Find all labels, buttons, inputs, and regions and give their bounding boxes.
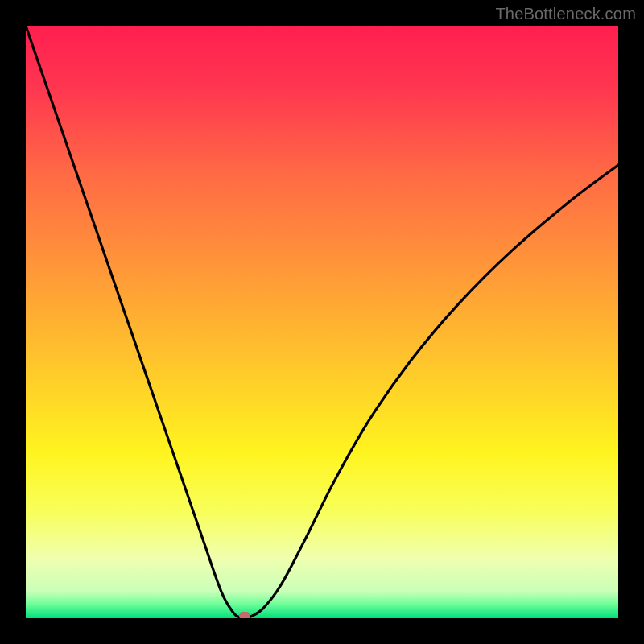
watermark-text: TheBottleneck.com [495, 5, 636, 23]
optimal-point-marker [239, 612, 250, 618]
bottleneck-curve [26, 26, 618, 618]
chart-frame: TheBottleneck.com [0, 0, 644, 644]
plot-area [26, 26, 618, 618]
